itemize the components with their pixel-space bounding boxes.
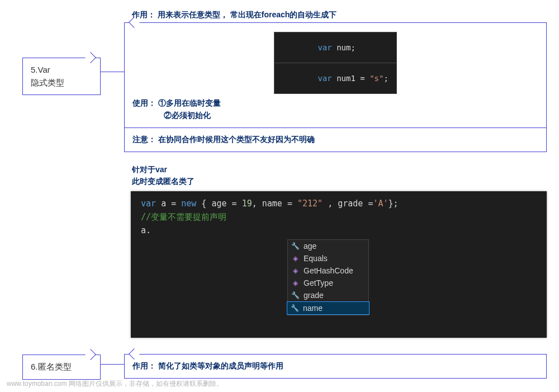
panel5-section-purpose: var num; var num1 = "s"; 使用： ①多用在临时变量 ②必… <box>125 23 546 127</box>
intellisense-label: GetType <box>304 278 333 287</box>
node-5-var: 5.Var 隐式类型 <box>22 58 101 95</box>
intellisense-label: age <box>304 242 316 251</box>
connector-line <box>99 72 126 72</box>
panel5-note-text: 在协同合作时候用这个类型不友好因为不明确 <box>158 135 315 144</box>
wrench-icon: 🔧 <box>291 242 299 250</box>
cube-icon: ◈ <box>291 254 299 262</box>
panel-6: 作用： 简化了如类等对象的成员声明等作用 <box>124 354 547 379</box>
intro-text: 针对于var 此时变成匿名类了 <box>132 164 195 187</box>
code-keyword: var <box>318 74 331 83</box>
wrench-icon: 🔧 <box>291 304 299 312</box>
code-ident: num1 <box>332 74 361 83</box>
code-editor: var a = new { age = 19, name = "212" , g… <box>131 191 547 338</box>
intellisense-item-name[interactable]: 🔧 name <box>287 301 369 315</box>
node-6-anonymous-type: 6.匿名类型 <box>22 355 101 380</box>
code-snippet-var: var num; var num1 = "s"; <box>274 32 397 94</box>
connector-line <box>99 364 126 365</box>
code-number: 19 <box>242 199 252 209</box>
panel5-usage: 使用： ①多用在临时变量 <box>132 97 538 110</box>
panel6-purpose-label: 作用： <box>132 361 156 370</box>
tab-notch-icon <box>85 349 96 360</box>
node-5-title-line1: 5.Var <box>31 64 92 77</box>
cube-icon: ◈ <box>291 267 299 275</box>
panel6-purpose: 作用： 简化了如类等对象的成员声明等作用 <box>132 360 538 372</box>
panel5-purpose-text: 用来表示任意类型， 常出现在foreach的自动生成下 <box>158 10 337 19</box>
wrench-icon: 🔧 <box>291 291 299 299</box>
code-line: var num1 = "s"; <box>274 63 396 93</box>
code-punct: = <box>360 74 369 83</box>
intellisense-label: GetHashCode <box>304 266 353 275</box>
code-char: 'A' <box>373 199 388 209</box>
intellisense-item-gettype[interactable]: ◈ GetType <box>288 277 368 289</box>
intro-line1: 针对于var <box>132 164 195 176</box>
code-keyword: var <box>318 43 331 52</box>
tab-notch-icon <box>85 52 96 63</box>
panel5-note-label: 注意： <box>132 135 156 144</box>
code-string: "212" <box>297 199 323 209</box>
panel5-note: 注意： 在协同合作时候用这个类型不友好因为不明确 <box>132 134 538 146</box>
code-keyword: var <box>141 199 156 209</box>
intellisense-label: grade <box>304 291 324 300</box>
intellisense-item-grade[interactable]: 🔧 grade <box>288 289 368 301</box>
code-ident: a <box>161 199 166 209</box>
intellisense-item-gethashcode[interactable]: ◈ GetHashCode <box>288 265 368 277</box>
intellisense-item-equals[interactable]: ◈ Equals <box>288 252 368 265</box>
panel5-usage-label: 使用： <box>132 98 156 107</box>
node-6-title: 6.匿名类型 <box>31 361 92 374</box>
cube-icon: ◈ <box>291 279 299 287</box>
panel5-purpose-header: 作用： 用来表示任意类型， 常出现在foreach的自动生成下 <box>132 9 337 21</box>
intro-line2: 此时变成匿名类了 <box>132 176 195 187</box>
code-comment: //变量不需要提前声明 <box>141 210 537 224</box>
code-keyword: new <box>181 199 196 209</box>
code-ident: num; <box>332 43 356 52</box>
panel6-section: 作用： 简化了如类等对象的成员声明等作用 <box>125 355 546 378</box>
code-line: var a = new { age = 19, name = "212" , g… <box>141 197 537 210</box>
panel5-section-note: 注意： 在协同合作时候用这个类型不友好因为不明确 <box>125 127 546 152</box>
panel5-usage-line1: ①多用在临时变量 <box>158 98 221 107</box>
footer-watermark: www.toymoban.com 网络图片仅供展示，非存储，如有侵权请联系删除。 <box>7 379 223 389</box>
intellisense-label: Equals <box>304 254 328 263</box>
intellisense-popup[interactable]: 🔧 age ◈ Equals ◈ GetHashCode ◈ GetType 🔧… <box>287 239 369 315</box>
panel-5: var num; var num1 = "s"; 使用： ①多用在临时变量 ②必… <box>124 22 547 152</box>
panel5-usage-line2: ②必须初始化 <box>132 110 538 122</box>
code-line: a. <box>141 224 537 237</box>
code-line: var num; <box>274 32 396 63</box>
code-string: "s" <box>369 74 383 83</box>
intellisense-item-age[interactable]: 🔧 age <box>288 240 368 252</box>
intellisense-label: name <box>303 304 323 313</box>
node-5-title-line2: 隐式类型 <box>31 77 92 89</box>
code-punct: ; <box>383 74 388 83</box>
panel6-purpose-text: 简化了如类等对象的成员声明等作用 <box>158 361 283 370</box>
